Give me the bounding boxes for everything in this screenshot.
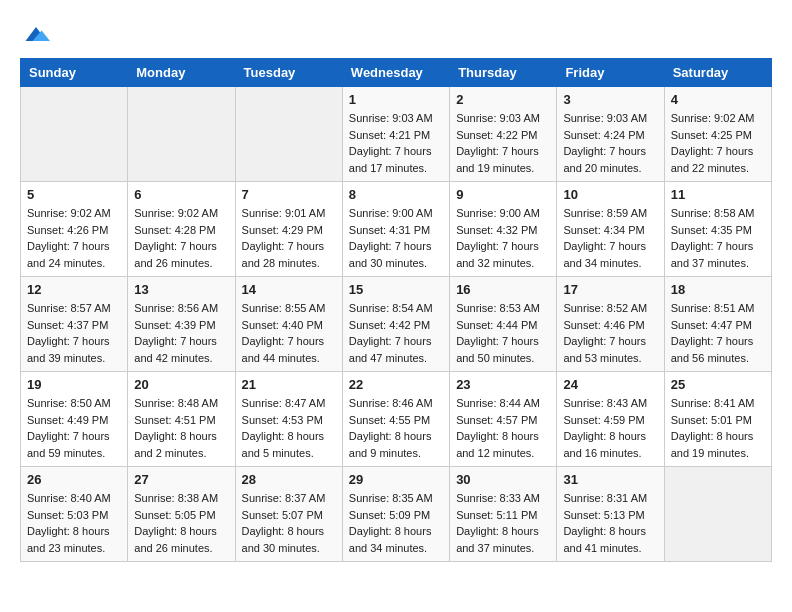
day-number: 17 xyxy=(563,282,657,297)
week-row-2: 5 Sunrise: 9:02 AMSunset: 4:26 PMDayligh… xyxy=(21,182,772,277)
page-header xyxy=(20,20,772,48)
calendar-cell: 12 Sunrise: 8:57 AMSunset: 4:37 PMDaylig… xyxy=(21,277,128,372)
calendar-cell: 10 Sunrise: 8:59 AMSunset: 4:34 PMDaylig… xyxy=(557,182,664,277)
calendar-table: SundayMondayTuesdayWednesdayThursdayFrid… xyxy=(20,58,772,562)
calendar-cell: 31 Sunrise: 8:31 AMSunset: 5:13 PMDaylig… xyxy=(557,467,664,562)
calendar-cell: 8 Sunrise: 9:00 AMSunset: 4:31 PMDayligh… xyxy=(342,182,449,277)
logo-icon xyxy=(22,20,50,48)
day-detail: Sunrise: 8:31 AMSunset: 5:13 PMDaylight:… xyxy=(563,492,647,554)
day-number: 25 xyxy=(671,377,765,392)
week-row-3: 12 Sunrise: 8:57 AMSunset: 4:37 PMDaylig… xyxy=(21,277,772,372)
day-detail: Sunrise: 8:46 AMSunset: 4:55 PMDaylight:… xyxy=(349,397,433,459)
weekday-header-row: SundayMondayTuesdayWednesdayThursdayFrid… xyxy=(21,59,772,87)
day-number: 1 xyxy=(349,92,443,107)
calendar-cell: 28 Sunrise: 8:37 AMSunset: 5:07 PMDaylig… xyxy=(235,467,342,562)
calendar-cell: 24 Sunrise: 8:43 AMSunset: 4:59 PMDaylig… xyxy=(557,372,664,467)
day-number: 2 xyxy=(456,92,550,107)
day-number: 19 xyxy=(27,377,121,392)
weekday-header-wednesday: Wednesday xyxy=(342,59,449,87)
calendar-cell xyxy=(21,87,128,182)
day-number: 14 xyxy=(242,282,336,297)
day-detail: Sunrise: 9:00 AMSunset: 4:31 PMDaylight:… xyxy=(349,207,433,269)
day-number: 20 xyxy=(134,377,228,392)
logo xyxy=(20,20,50,48)
day-number: 4 xyxy=(671,92,765,107)
calendar-cell: 17 Sunrise: 8:52 AMSunset: 4:46 PMDaylig… xyxy=(557,277,664,372)
calendar-cell: 27 Sunrise: 8:38 AMSunset: 5:05 PMDaylig… xyxy=(128,467,235,562)
day-number: 10 xyxy=(563,187,657,202)
calendar-cell: 29 Sunrise: 8:35 AMSunset: 5:09 PMDaylig… xyxy=(342,467,449,562)
calendar-cell: 5 Sunrise: 9:02 AMSunset: 4:26 PMDayligh… xyxy=(21,182,128,277)
day-number: 3 xyxy=(563,92,657,107)
day-detail: Sunrise: 9:03 AMSunset: 4:24 PMDaylight:… xyxy=(563,112,647,174)
day-number: 11 xyxy=(671,187,765,202)
day-number: 9 xyxy=(456,187,550,202)
calendar-cell: 11 Sunrise: 8:58 AMSunset: 4:35 PMDaylig… xyxy=(664,182,771,277)
day-number: 5 xyxy=(27,187,121,202)
calendar-cell: 3 Sunrise: 9:03 AMSunset: 4:24 PMDayligh… xyxy=(557,87,664,182)
calendar-cell: 23 Sunrise: 8:44 AMSunset: 4:57 PMDaylig… xyxy=(450,372,557,467)
weekday-header-tuesday: Tuesday xyxy=(235,59,342,87)
day-number: 31 xyxy=(563,472,657,487)
day-number: 16 xyxy=(456,282,550,297)
week-row-1: 1 Sunrise: 9:03 AMSunset: 4:21 PMDayligh… xyxy=(21,87,772,182)
calendar-cell: 30 Sunrise: 8:33 AMSunset: 5:11 PMDaylig… xyxy=(450,467,557,562)
day-detail: Sunrise: 8:59 AMSunset: 4:34 PMDaylight:… xyxy=(563,207,647,269)
day-detail: Sunrise: 9:03 AMSunset: 4:22 PMDaylight:… xyxy=(456,112,540,174)
day-detail: Sunrise: 9:00 AMSunset: 4:32 PMDaylight:… xyxy=(456,207,540,269)
day-detail: Sunrise: 9:03 AMSunset: 4:21 PMDaylight:… xyxy=(349,112,433,174)
weekday-header-sunday: Sunday xyxy=(21,59,128,87)
calendar-cell: 1 Sunrise: 9:03 AMSunset: 4:21 PMDayligh… xyxy=(342,87,449,182)
day-detail: Sunrise: 8:58 AMSunset: 4:35 PMDaylight:… xyxy=(671,207,755,269)
day-number: 26 xyxy=(27,472,121,487)
calendar-cell: 6 Sunrise: 9:02 AMSunset: 4:28 PMDayligh… xyxy=(128,182,235,277)
day-detail: Sunrise: 8:43 AMSunset: 4:59 PMDaylight:… xyxy=(563,397,647,459)
day-detail: Sunrise: 8:48 AMSunset: 4:51 PMDaylight:… xyxy=(134,397,218,459)
calendar-cell: 20 Sunrise: 8:48 AMSunset: 4:51 PMDaylig… xyxy=(128,372,235,467)
calendar-cell: 4 Sunrise: 9:02 AMSunset: 4:25 PMDayligh… xyxy=(664,87,771,182)
weekday-header-friday: Friday xyxy=(557,59,664,87)
calendar-cell: 13 Sunrise: 8:56 AMSunset: 4:39 PMDaylig… xyxy=(128,277,235,372)
calendar-cell: 9 Sunrise: 9:00 AMSunset: 4:32 PMDayligh… xyxy=(450,182,557,277)
day-detail: Sunrise: 9:02 AMSunset: 4:25 PMDaylight:… xyxy=(671,112,755,174)
day-number: 12 xyxy=(27,282,121,297)
day-number: 7 xyxy=(242,187,336,202)
day-detail: Sunrise: 8:53 AMSunset: 4:44 PMDaylight:… xyxy=(456,302,540,364)
day-number: 29 xyxy=(349,472,443,487)
calendar-cell: 7 Sunrise: 9:01 AMSunset: 4:29 PMDayligh… xyxy=(235,182,342,277)
day-detail: Sunrise: 8:55 AMSunset: 4:40 PMDaylight:… xyxy=(242,302,326,364)
day-detail: Sunrise: 9:02 AMSunset: 4:26 PMDaylight:… xyxy=(27,207,111,269)
calendar-cell xyxy=(128,87,235,182)
day-detail: Sunrise: 9:01 AMSunset: 4:29 PMDaylight:… xyxy=(242,207,326,269)
calendar-cell: 21 Sunrise: 8:47 AMSunset: 4:53 PMDaylig… xyxy=(235,372,342,467)
day-number: 6 xyxy=(134,187,228,202)
day-detail: Sunrise: 8:40 AMSunset: 5:03 PMDaylight:… xyxy=(27,492,111,554)
day-number: 24 xyxy=(563,377,657,392)
day-number: 18 xyxy=(671,282,765,297)
day-detail: Sunrise: 8:35 AMSunset: 5:09 PMDaylight:… xyxy=(349,492,433,554)
calendar-cell: 14 Sunrise: 8:55 AMSunset: 4:40 PMDaylig… xyxy=(235,277,342,372)
day-number: 22 xyxy=(349,377,443,392)
day-detail: Sunrise: 8:54 AMSunset: 4:42 PMDaylight:… xyxy=(349,302,433,364)
calendar-cell: 26 Sunrise: 8:40 AMSunset: 5:03 PMDaylig… xyxy=(21,467,128,562)
day-detail: Sunrise: 8:56 AMSunset: 4:39 PMDaylight:… xyxy=(134,302,218,364)
calendar-cell: 22 Sunrise: 8:46 AMSunset: 4:55 PMDaylig… xyxy=(342,372,449,467)
calendar-cell xyxy=(664,467,771,562)
weekday-header-thursday: Thursday xyxy=(450,59,557,87)
day-detail: Sunrise: 8:44 AMSunset: 4:57 PMDaylight:… xyxy=(456,397,540,459)
day-detail: Sunrise: 8:37 AMSunset: 5:07 PMDaylight:… xyxy=(242,492,326,554)
day-detail: Sunrise: 9:02 AMSunset: 4:28 PMDaylight:… xyxy=(134,207,218,269)
weekday-header-monday: Monday xyxy=(128,59,235,87)
day-detail: Sunrise: 8:41 AMSunset: 5:01 PMDaylight:… xyxy=(671,397,755,459)
day-detail: Sunrise: 8:57 AMSunset: 4:37 PMDaylight:… xyxy=(27,302,111,364)
day-number: 8 xyxy=(349,187,443,202)
week-row-5: 26 Sunrise: 8:40 AMSunset: 5:03 PMDaylig… xyxy=(21,467,772,562)
day-detail: Sunrise: 8:52 AMSunset: 4:46 PMDaylight:… xyxy=(563,302,647,364)
day-number: 23 xyxy=(456,377,550,392)
calendar-cell: 19 Sunrise: 8:50 AMSunset: 4:49 PMDaylig… xyxy=(21,372,128,467)
day-number: 30 xyxy=(456,472,550,487)
day-detail: Sunrise: 8:51 AMSunset: 4:47 PMDaylight:… xyxy=(671,302,755,364)
calendar-cell: 18 Sunrise: 8:51 AMSunset: 4:47 PMDaylig… xyxy=(664,277,771,372)
calendar-cell: 2 Sunrise: 9:03 AMSunset: 4:22 PMDayligh… xyxy=(450,87,557,182)
calendar-cell: 25 Sunrise: 8:41 AMSunset: 5:01 PMDaylig… xyxy=(664,372,771,467)
